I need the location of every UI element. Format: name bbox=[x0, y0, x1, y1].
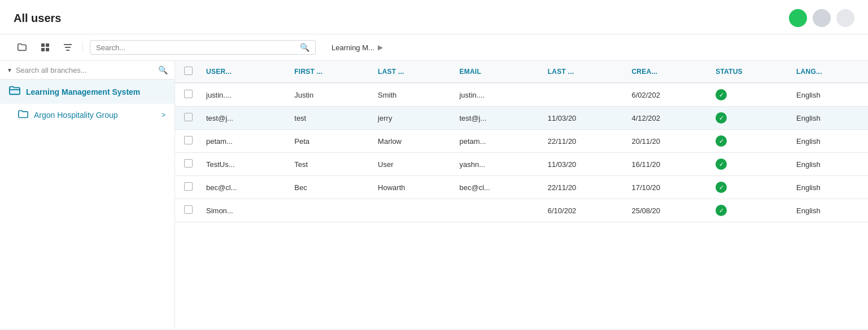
row-checkbox-0[interactable] bbox=[184, 90, 193, 98]
row-checkbox-col bbox=[175, 107, 199, 130]
cell-last-login: 11/03/20 bbox=[541, 107, 625, 130]
cell-language: English bbox=[790, 176, 868, 199]
row-checkbox-col bbox=[175, 176, 199, 199]
status-check-icon: ✓ bbox=[716, 135, 727, 147]
row-checkbox-4[interactable] bbox=[184, 182, 193, 191]
cell-username: Simon... bbox=[199, 199, 287, 222]
table-row: test@j... test jerry test@j... 11/03/20 … bbox=[175, 107, 868, 130]
table-row: bec@cl... Bec Howarth bec@cl... 22/11/20… bbox=[175, 176, 868, 199]
sidebar-item-argon-chevron: > bbox=[162, 111, 165, 119]
cell-language: English bbox=[790, 130, 868, 153]
svg-rect-1 bbox=[46, 43, 49, 47]
cell-lastname: jerry bbox=[371, 107, 452, 130]
sidebar-item-argon[interactable]: Argon Hospitality Group > bbox=[0, 104, 175, 126]
cell-language: English bbox=[790, 107, 868, 130]
cell-email: yashn... bbox=[452, 153, 540, 176]
cell-firstname: test bbox=[287, 107, 371, 130]
row-checkbox-5[interactable] bbox=[184, 205, 193, 214]
status-badge: ✓ bbox=[716, 182, 727, 193]
cell-last-login bbox=[541, 83, 625, 107]
cell-username: test@j... bbox=[199, 107, 287, 130]
col-firstname[interactable]: FIRST ... bbox=[287, 61, 371, 83]
select-all-col bbox=[175, 61, 199, 83]
breadcrumb-arrow-icon[interactable]: ▶ bbox=[378, 43, 383, 51]
page-header: All users bbox=[0, 0, 868, 34]
filter-button[interactable] bbox=[60, 41, 76, 54]
search-input[interactable] bbox=[96, 43, 295, 52]
row-checkbox-3[interactable] bbox=[184, 159, 193, 168]
cell-lastname: Smith bbox=[371, 83, 452, 107]
cell-status: ✓ bbox=[709, 153, 790, 176]
row-checkbox-1[interactable] bbox=[184, 113, 193, 121]
row-checkbox-2[interactable] bbox=[184, 136, 193, 144]
select-all-checkbox[interactable] bbox=[184, 67, 193, 75]
status-badge: ✓ bbox=[716, 112, 727, 124]
cell-firstname: Justin bbox=[287, 83, 371, 107]
users-table: USER... FIRST ... LAST ... EMAIL LAST ..… bbox=[175, 61, 868, 222]
cell-last-login: 11/03/20 bbox=[541, 153, 625, 176]
col-last-login[interactable]: LAST ... bbox=[541, 61, 625, 83]
cell-username: justin.... bbox=[199, 83, 287, 107]
svg-rect-2 bbox=[41, 48, 45, 51]
sidebar-item-lms-label: Learning Management System bbox=[26, 87, 140, 96]
sidebar-search-bar: ▼ Search all branches... 🔍 bbox=[0, 61, 175, 80]
cell-language: English bbox=[790, 83, 868, 107]
col-status[interactable]: STATUS bbox=[709, 61, 790, 83]
cell-lastname: User bbox=[371, 153, 452, 176]
cell-status: ✓ bbox=[709, 130, 790, 153]
search-icon: 🔍 bbox=[300, 43, 309, 52]
folder-view-button[interactable] bbox=[14, 40, 30, 55]
cell-created: 20/11/20 bbox=[625, 130, 709, 153]
status-badge: ✓ bbox=[716, 205, 727, 216]
status-badge: ✓ bbox=[716, 159, 727, 170]
status-badge: ✓ bbox=[716, 89, 727, 100]
col-email[interactable]: EMAIL bbox=[452, 61, 540, 83]
cell-created: 6/02/202 bbox=[625, 83, 709, 107]
status-check-icon: ✓ bbox=[716, 112, 727, 124]
cell-language: English bbox=[790, 153, 868, 176]
avatar-light bbox=[836, 9, 854, 27]
folder-icon bbox=[18, 109, 28, 121]
col-language[interactable]: LANG... bbox=[790, 61, 868, 83]
cell-email: test@j... bbox=[452, 107, 540, 130]
cell-lastname bbox=[371, 199, 452, 222]
svg-rect-3 bbox=[46, 48, 49, 51]
table-row: Simon... 6/10/202 25/08/20 ✓ English bbox=[175, 199, 868, 222]
cell-firstname bbox=[287, 199, 371, 222]
breadcrumb: Learning M... ▶ bbox=[332, 43, 383, 52]
cell-status: ✓ bbox=[709, 83, 790, 107]
content-area: USER... FIRST ... LAST ... EMAIL LAST ..… bbox=[175, 61, 868, 329]
status-check-icon: ✓ bbox=[716, 89, 727, 100]
sidebar-search-icon[interactable]: 🔍 bbox=[158, 65, 168, 74]
grid-view-button[interactable] bbox=[37, 41, 53, 54]
col-lastname[interactable]: LAST ... bbox=[371, 61, 452, 83]
cell-language: English bbox=[790, 199, 868, 222]
cell-firstname: Test bbox=[287, 153, 371, 176]
cell-status: ✓ bbox=[709, 107, 790, 130]
search-wrap: 🔍 bbox=[90, 40, 316, 55]
cell-status: ✓ bbox=[709, 199, 790, 222]
status-check-icon: ✓ bbox=[716, 182, 727, 193]
col-created[interactable]: CREA... bbox=[625, 61, 709, 83]
cell-username: bec@cl... bbox=[199, 176, 287, 199]
cell-status: ✓ bbox=[709, 176, 790, 199]
status-check-icon: ✓ bbox=[716, 159, 727, 170]
status-check-icon: ✓ bbox=[716, 205, 727, 216]
sidebar-item-lms[interactable]: Learning Management System bbox=[0, 80, 175, 104]
row-checkbox-col bbox=[175, 199, 199, 222]
svg-rect-0 bbox=[41, 43, 45, 47]
cell-created: 16/11/20 bbox=[625, 153, 709, 176]
cell-lastname: Howarth bbox=[371, 176, 452, 199]
page-title: All users bbox=[14, 12, 61, 25]
cell-created: 4/12/202 bbox=[625, 107, 709, 130]
status-badge: ✓ bbox=[716, 135, 727, 147]
cell-last-login: 22/11/20 bbox=[541, 130, 625, 153]
cell-firstname: Bec bbox=[287, 176, 371, 199]
folder-open-icon bbox=[9, 85, 20, 98]
sidebar: ▼ Search all branches... 🔍 Learning Mana… bbox=[0, 61, 175, 329]
col-username[interactable]: USER... bbox=[199, 61, 287, 83]
toolbar-divider bbox=[82, 42, 83, 53]
sidebar-toggle-arrow[interactable]: ▼ bbox=[7, 67, 12, 73]
cell-last-login: 22/11/20 bbox=[541, 176, 625, 199]
cell-username: TestUs... bbox=[199, 153, 287, 176]
